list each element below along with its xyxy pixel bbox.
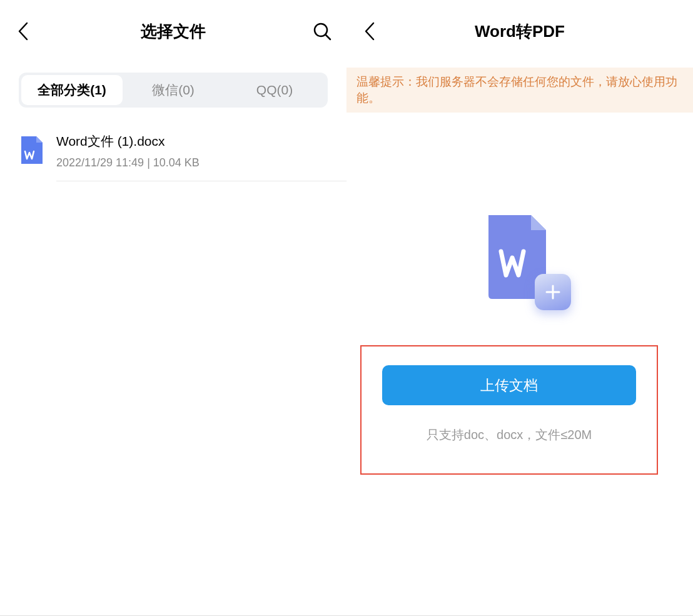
tabs: 全部分类(1) 微信(0) QQ(0): [19, 73, 328, 108]
word-to-pdf-panel: Word转PDF 温馨提示：我们服务器不会存储任何您的文件，请放心使用功能。 上…: [346, 0, 693, 616]
tab-all[interactable]: 全部分类(1): [21, 75, 123, 105]
svg-point-0: [315, 24, 327, 36]
file-meta: 2022/11/29 11:49 | 10.04 KB: [56, 156, 328, 169]
upload-button[interactable]: 上传文档: [382, 365, 636, 405]
tab-wechat[interactable]: 微信(0): [123, 75, 224, 105]
word-file-icon: [19, 135, 44, 165]
page-title-left: 选择文件: [141, 21, 206, 43]
search-icon[interactable]: [313, 22, 331, 41]
upload-box: 上传文档 只支持doc、docx，文件≤20M: [360, 345, 658, 475]
file-list: Word文件 (1).docx 2022/11/29 11:49 | 10.04…: [0, 133, 346, 193]
file-item[interactable]: Word文件 (1).docx 2022/11/29 11:49 | 10.04…: [19, 133, 346, 193]
header-right: Word转PDF: [346, 0, 693, 63]
select-file-panel: 选择文件 全部分类(1) 微信(0) QQ(0) Word文件 (1).docx…: [0, 0, 346, 616]
notice-bar: 温馨提示：我们服务器不会存储任何您的文件，请放心使用功能。: [346, 68, 693, 113]
header-left: 选择文件: [0, 0, 346, 63]
tab-qq[interactable]: QQ(0): [224, 75, 325, 105]
file-name: Word文件 (1).docx: [56, 133, 328, 150]
upload-hint: 只支持doc、docx，文件≤20M: [427, 427, 592, 443]
page-title-right: Word转PDF: [475, 21, 565, 43]
upload-area: [346, 213, 693, 306]
back-icon[interactable]: [364, 22, 375, 41]
upload-icon[interactable]: [482, 213, 557, 306]
back-icon[interactable]: [18, 22, 29, 41]
svg-line-1: [326, 35, 330, 39]
plus-icon: [535, 274, 571, 310]
file-info: Word文件 (1).docx 2022/11/29 11:49 | 10.04…: [56, 133, 346, 181]
